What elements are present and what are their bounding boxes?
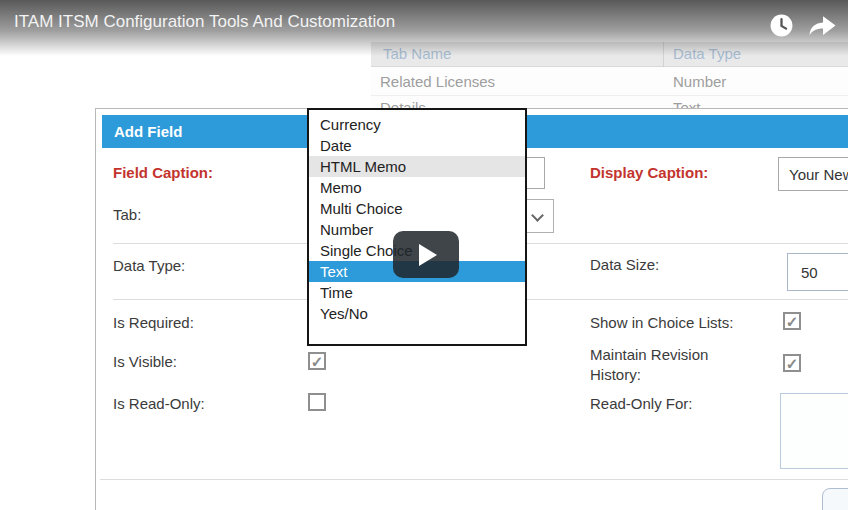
display-caption-input[interactable] bbox=[778, 157, 848, 191]
dropdown-option[interactable]: HTML Memo bbox=[309, 156, 525, 177]
cell-tab-name: Related Licenses bbox=[380, 73, 495, 90]
display-caption-label: Display Caption: bbox=[590, 164, 708, 181]
show-in-choice-lists-checkbox[interactable]: ✓ bbox=[783, 312, 801, 330]
read-only-for-listbox[interactable] bbox=[780, 393, 848, 469]
tab-label: Tab: bbox=[113, 206, 141, 223]
is-read-only-label: Is Read-Only: bbox=[113, 395, 205, 412]
play-icon bbox=[419, 244, 437, 266]
dropdown-option[interactable]: Multi Choice bbox=[309, 198, 525, 219]
data-size-label: Data Size: bbox=[590, 256, 659, 273]
data-type-dropdown-list[interactable]: Currency Date HTML Memo Memo Multi Choic… bbox=[307, 108, 527, 346]
player-top-bar: ITAM ITSM Configuration Tools And Custom… bbox=[0, 0, 848, 56]
is-visible-label: Is Visible: bbox=[113, 353, 177, 370]
clock-icon[interactable] bbox=[769, 13, 794, 38]
maintain-revision-history-checkbox[interactable]: ✓ bbox=[783, 354, 801, 372]
cell-data-type: Number bbox=[673, 73, 726, 90]
is-read-only-checkbox[interactable] bbox=[308, 393, 326, 411]
dropdown-option[interactable]: Date bbox=[309, 135, 525, 156]
video-title[interactable]: ITAM ITSM Configuration Tools And Custom… bbox=[14, 12, 395, 32]
dropdown-option[interactable]: Time bbox=[309, 282, 525, 303]
play-button[interactable] bbox=[393, 231, 459, 278]
is-required-label: Is Required: bbox=[113, 314, 194, 331]
field-caption-label: Field Caption: bbox=[113, 164, 213, 181]
is-visible-checkbox[interactable]: ✓ bbox=[308, 352, 326, 370]
dropdown-option[interactable]: Currency bbox=[309, 114, 525, 135]
chevron-down-icon bbox=[531, 209, 544, 222]
data-size-input[interactable] bbox=[787, 253, 848, 291]
table-row: Related Licenses Number bbox=[371, 67, 848, 96]
video-frame: Tab Name Data Type Related Licenses Numb… bbox=[0, 0, 848, 510]
show-in-choice-lists-label: Show in Choice Lists: bbox=[590, 314, 733, 331]
share-arrow-icon[interactable] bbox=[807, 13, 837, 38]
read-only-for-label: Read-Only For: bbox=[590, 395, 693, 412]
dropdown-option[interactable]: Memo bbox=[309, 177, 525, 198]
data-type-label: Data Type: bbox=[113, 257, 185, 274]
dialog-footer-button[interactable] bbox=[822, 488, 848, 510]
divider bbox=[100, 479, 848, 480]
dropdown-option[interactable]: Yes/No bbox=[309, 303, 525, 324]
maintain-revision-history-label: Maintain Revision History: bbox=[590, 345, 740, 385]
